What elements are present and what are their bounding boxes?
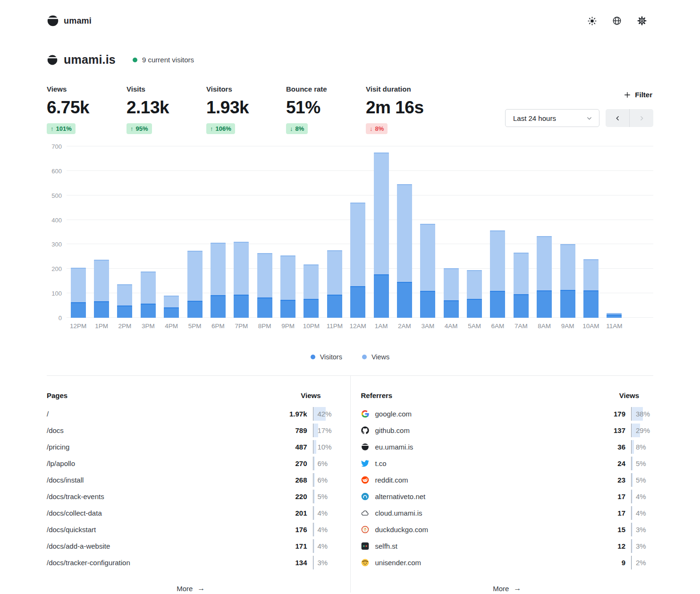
language-button[interactable] xyxy=(612,16,622,25)
referrer-link[interactable]: duckduckgo.com xyxy=(361,526,600,534)
percent-cell: 38% xyxy=(631,407,653,421)
x-axis-tick-label: 6PM xyxy=(206,322,229,330)
chevron-left-icon xyxy=(615,115,621,121)
page-link[interactable]: /docs/quickstart xyxy=(47,526,282,534)
chart-bar-group[interactable] xyxy=(300,146,323,318)
visitors-bar xyxy=(187,301,202,318)
visitors-bar xyxy=(117,305,132,318)
referrer-link[interactable]: eu.umami.is xyxy=(361,443,600,451)
filter-button[interactable]: Filter xyxy=(623,89,653,101)
page-link[interactable]: /lp/apollo xyxy=(47,459,282,467)
page-link[interactable]: /docs/tracker-configuration xyxy=(47,559,282,567)
page-link[interactable]: /docs/track-events xyxy=(47,492,282,501)
legend-item-views[interactable]: Views xyxy=(362,353,389,361)
chart-bar-group[interactable] xyxy=(486,146,509,318)
page-link[interactable]: /pricing xyxy=(47,443,282,451)
referrer-link[interactable]: cloud.umami.is xyxy=(361,509,600,517)
google-favicon-icon xyxy=(361,410,369,418)
chart-bar-group[interactable] xyxy=(253,146,276,318)
y-axis-tick-label: 400 xyxy=(51,216,62,223)
percent-cell: 3% xyxy=(631,539,653,553)
chart-bar-group[interactable] xyxy=(579,146,602,318)
visitors-bar xyxy=(71,302,86,318)
referrers-more-button[interactable]: More→ xyxy=(361,584,654,593)
chart-bar-group[interactable] xyxy=(136,146,160,318)
chart-bar-group[interactable] xyxy=(533,146,556,318)
chart-bar-group[interactable] xyxy=(556,146,579,318)
prev-period-button[interactable] xyxy=(606,109,629,127)
reddit-favicon-icon xyxy=(361,476,369,484)
percent-cell: 4% xyxy=(313,539,335,553)
github-favicon-icon xyxy=(361,426,369,434)
metric-bounce-rate: Bounce rate 51% ↓8% xyxy=(286,85,366,134)
x-axis-tick-label: 12AM xyxy=(346,322,370,330)
referrer-link[interactable]: unisender.com xyxy=(361,559,600,567)
visitors-bar xyxy=(94,301,109,318)
chart-bar-group[interactable] xyxy=(346,146,370,318)
page-link[interactable]: /docs xyxy=(47,426,282,434)
active-visitors-text[interactable]: 9 current visitors xyxy=(142,56,194,64)
next-period-button[interactable] xyxy=(629,109,653,127)
pages-more-button[interactable]: More→ xyxy=(47,584,335,593)
visitors-bar xyxy=(374,274,389,318)
page-link[interactable]: /docs/add-a-website xyxy=(47,542,282,550)
chart-bar-group[interactable] xyxy=(370,146,393,318)
x-axis-tick-label: 5AM xyxy=(463,322,486,330)
x-axis-tick-label: 7AM xyxy=(509,322,532,330)
referrer-link[interactable]: selfh.st xyxy=(361,542,600,550)
page-row: /lp/apollo2706% xyxy=(47,455,335,472)
percent-cell: 4% xyxy=(313,506,335,520)
arrow-up-icon: ↑ xyxy=(130,125,134,132)
chart-bar-group[interactable] xyxy=(90,146,113,318)
referrer-link[interactable]: alternativeto.net xyxy=(361,492,600,501)
referrer-row: selfh.st123% xyxy=(361,538,654,554)
umami-brand-link[interactable]: umami xyxy=(47,15,92,27)
chart-bar-group[interactable] xyxy=(67,146,90,318)
referrer-link[interactable]: github.com xyxy=(361,426,600,434)
chart-bar-group[interactable] xyxy=(206,146,229,318)
visitors-bar xyxy=(397,282,412,318)
chart-bar-group[interactable] xyxy=(160,146,183,318)
referrer-link[interactable]: t.co xyxy=(361,459,600,467)
referrer-link[interactable]: reddit.com xyxy=(361,476,600,484)
site-favicon-icon xyxy=(47,54,58,66)
percent-cell: 5% xyxy=(631,473,653,487)
referrer-link[interactable]: google.com xyxy=(361,410,600,418)
visitors-bar xyxy=(304,299,319,318)
chart-bar-group[interactable] xyxy=(416,146,439,318)
pages-views-header: Views xyxy=(301,391,335,399)
chart-bar-group[interactable] xyxy=(509,146,532,318)
settings-button[interactable] xyxy=(637,16,647,25)
chart-bar-group[interactable] xyxy=(323,146,346,318)
chart-bar-group[interactable] xyxy=(393,146,416,318)
chart-bar-group[interactable] xyxy=(603,146,626,318)
page-link[interactable]: /docs/collect-data xyxy=(47,509,282,517)
chart-bar-group[interactable] xyxy=(439,146,463,318)
metric-change-badge: ↓8% xyxy=(286,123,308,134)
page-link[interactable]: / xyxy=(47,410,282,418)
metric-label: Bounce rate xyxy=(286,85,366,93)
page-link[interactable]: /docs/install xyxy=(47,476,282,484)
referrer-row: cloud.umami.is174% xyxy=(361,505,654,521)
theme-toggle-button[interactable] xyxy=(587,16,597,25)
page-row: /docs/install2686% xyxy=(47,472,335,488)
percent-cell: 29% xyxy=(631,424,653,437)
referrers-table: Referrers Views google.com17938%github.c… xyxy=(350,376,654,593)
chart-bar-group[interactable] xyxy=(276,146,299,318)
chart-bar-group[interactable] xyxy=(230,146,253,318)
legend-item-visitors[interactable]: Visitors xyxy=(311,353,342,361)
chart-bar-group[interactable] xyxy=(183,146,206,318)
x-axis-tick-label: 10AM xyxy=(579,322,602,330)
chart-bar-group[interactable] xyxy=(463,146,486,318)
date-range-value: Last 24 hours xyxy=(513,114,556,122)
percent-cell: 3% xyxy=(313,556,335,569)
y-axis-tick-label: 300 xyxy=(51,241,62,248)
y-axis-tick-label: 100 xyxy=(51,290,62,297)
percent-cell: 4% xyxy=(631,506,653,520)
site-title-link[interactable]: umami.is xyxy=(64,53,116,67)
date-range-dropdown[interactable]: Last 24 hours xyxy=(505,109,599,127)
referrer-row: unisender.com92% xyxy=(361,554,654,571)
x-axis-tick-label: 11AM xyxy=(603,322,626,330)
gear-icon xyxy=(637,16,647,25)
chart-bar-group[interactable] xyxy=(113,146,136,318)
